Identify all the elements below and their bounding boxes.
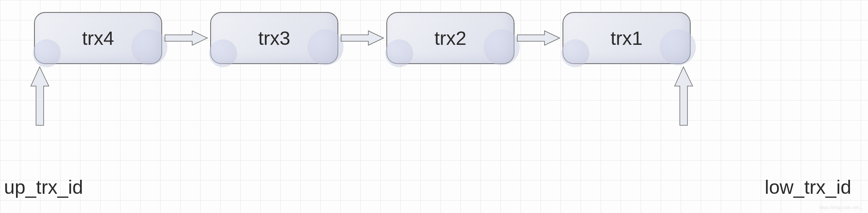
arrow-3	[516, 30, 561, 46]
node-trx4: trx4	[34, 12, 162, 64]
node-trx3-label: trx3	[258, 27, 290, 49]
arrow-2	[340, 30, 384, 46]
arrow-1	[164, 30, 208, 46]
node-trx2-label: trx2	[434, 27, 466, 49]
node-trx2: trx2	[386, 12, 514, 64]
label-low-trx-id: low_trx_id	[765, 176, 851, 198]
arrow-left-up	[29, 66, 51, 126]
node-trx1-label: trx1	[611, 27, 643, 49]
arrow-right-up	[673, 66, 695, 126]
label-up-trx-id: up_trx_id	[4, 176, 83, 198]
node-trx4-label: trx4	[82, 27, 114, 49]
node-trx3: trx3	[210, 12, 338, 64]
diagram-container: trx4 trx3 trx2 trx1	[0, 0, 868, 213]
watermark-text: https://blog.csdn.net/...	[819, 205, 863, 210]
node-trx1: trx1	[563, 12, 691, 64]
